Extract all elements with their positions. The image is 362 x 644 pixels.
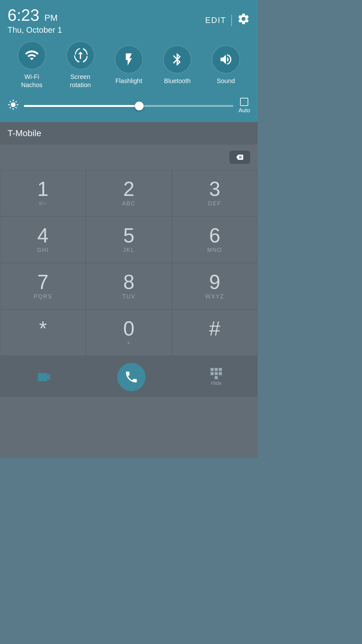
video-call-button[interactable] (36, 369, 52, 385)
dial-key-1[interactable]: 1 ⊙○ (0, 170, 86, 216)
rotation-circle (66, 41, 95, 69)
auto-label: Auto (239, 107, 250, 114)
grid-dot (219, 372, 222, 375)
dial-num-1: 1 (37, 179, 49, 199)
dial-key-star[interactable]: * (0, 309, 86, 356)
rotation-label: Screenrotation (70, 73, 91, 89)
dialer-section: T-Mobile 1 ⊙○ 2 ABC 3 DEF 4 GHI 5 (0, 122, 258, 458)
ampm: PM (44, 13, 58, 23)
brightness-fill (24, 105, 139, 107)
status-bar: 6:23 PM Thu, October 1 EDIT (8, 6, 250, 35)
dial-num-9: 9 (209, 272, 221, 292)
dial-key-hash[interactable]: # (172, 309, 258, 356)
toggle-sound[interactable]: Sound (212, 45, 240, 85)
dial-display (0, 145, 258, 170)
wifi-label: Wi-FiNachos (21, 73, 42, 89)
dial-key-7[interactable]: 7 PQRS (0, 263, 86, 309)
dial-letters-6: MNO (207, 247, 222, 254)
dial-num-8: 8 (123, 272, 134, 292)
dial-num-hash: # (209, 319, 221, 339)
dial-letters-3: DEF (208, 200, 221, 207)
dial-key-6[interactable]: 6 MNO (172, 216, 258, 263)
dial-letters-0: + (127, 340, 131, 347)
grid-dot (211, 376, 214, 379)
dial-key-2[interactable]: 2 ABC (86, 170, 172, 216)
wifi-circle (18, 41, 46, 69)
toggle-rotation[interactable]: Screenrotation (66, 41, 95, 89)
bluetooth-label: Bluetooth (164, 77, 191, 85)
hide-dialpad-button[interactable]: Hide (211, 368, 222, 386)
hide-label: Hide (211, 380, 222, 386)
dial-key-5[interactable]: 5 JKL (86, 216, 172, 263)
dial-num-6: 6 (209, 225, 221, 246)
dial-letters-2: ABC (122, 200, 135, 207)
dial-letters-4: GHI (37, 247, 49, 254)
dial-letters-8: TUV (122, 293, 135, 300)
dial-key-3[interactable]: 3 DEF (172, 170, 258, 216)
settings-icon[interactable] (237, 12, 250, 28)
backspace-button[interactable] (229, 151, 250, 164)
bluetooth-circle (163, 45, 191, 74)
sound-label: Sound (217, 77, 235, 85)
grid-dot (219, 376, 222, 379)
flashlight-label: Flashlight (115, 77, 142, 85)
brightness-slider[interactable] (24, 105, 233, 107)
bottom-bar: Hide (0, 356, 258, 397)
carrier-name: T-Mobile (8, 128, 41, 138)
quick-toggles: Wi-FiNachos Screenrotation Flashlight (8, 41, 250, 89)
dial-key-4[interactable]: 4 GHI (0, 216, 86, 263)
divider (231, 15, 232, 26)
dial-key-0[interactable]: 0 + (86, 309, 172, 356)
dial-letters-1: ⊙○ (39, 200, 47, 207)
dial-num-3: 3 (209, 179, 221, 199)
toggle-flashlight[interactable]: Flashlight (115, 45, 143, 85)
grid-icon (211, 368, 222, 379)
clock: 6:23 (8, 6, 39, 24)
time-date: 6:23 PM Thu, October 1 (8, 6, 62, 35)
dial-num-5: 5 (123, 225, 134, 246)
date: Thu, October 1 (8, 25, 62, 35)
toggle-wifi[interactable]: Wi-FiNachos (18, 41, 46, 89)
grid-dot (215, 372, 218, 375)
grid-dot (215, 376, 218, 379)
dial-num-star: * (39, 319, 47, 339)
grid-dot (219, 368, 222, 371)
dialpad: 1 ⊙○ 2 ABC 3 DEF 4 GHI 5 JKL 6 MNO 7 PQR… (0, 170, 258, 356)
auto-checkbox (240, 98, 248, 106)
dial-letters-9: WXYZ (205, 293, 224, 300)
dial-num-4: 4 (37, 225, 49, 246)
call-button[interactable] (117, 363, 145, 391)
dial-letters-5: JKL (123, 247, 134, 254)
flashlight-circle (115, 45, 143, 74)
grid-dot (211, 368, 214, 371)
dial-key-9[interactable]: 9 WXYZ (172, 263, 258, 309)
dial-num-7: 7 (37, 272, 49, 292)
dial-key-8[interactable]: 8 TUV (86, 263, 172, 309)
grid-dot (211, 372, 214, 375)
auto-brightness-button[interactable]: Auto (239, 98, 250, 114)
status-bar-right: EDIT (205, 12, 250, 28)
dial-letters-7: PQRS (34, 293, 52, 300)
brightness-thumb[interactable] (135, 102, 144, 110)
brightness-icon (8, 99, 19, 113)
carrier-bar: T-Mobile (0, 122, 258, 145)
sound-circle (212, 45, 240, 74)
dial-num-0: 0 (123, 319, 134, 339)
brightness-row: Auto (8, 97, 250, 116)
dial-num-2: 2 (123, 179, 134, 199)
grid-dot (215, 368, 218, 371)
notification-panel: 6:23 PM Thu, October 1 EDIT Wi-FiNachos (0, 0, 258, 122)
edit-button[interactable]: EDIT (205, 15, 226, 25)
toggle-bluetooth[interactable]: Bluetooth (163, 45, 191, 85)
